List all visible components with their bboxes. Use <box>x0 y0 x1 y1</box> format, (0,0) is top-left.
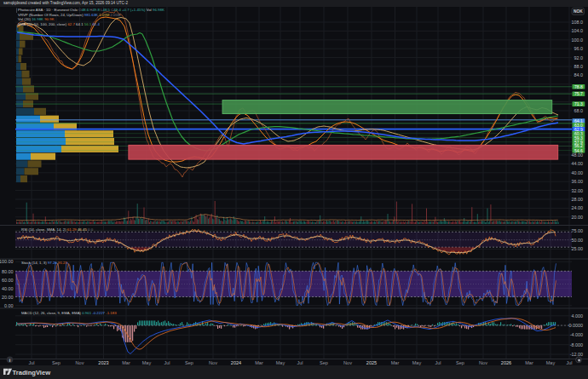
svg-text:108.0: 108.0 <box>572 20 584 25</box>
svg-text:100.00: 100.00 <box>0 259 14 264</box>
svg-text:May: May <box>276 360 285 365</box>
svg-text:36.00: 36.00 <box>572 179 584 184</box>
svg-text:71.3: 71.3 <box>574 101 583 106</box>
svg-text:0.00: 0.00 <box>4 303 14 308</box>
svg-text:68.0: 68.0 <box>574 108 584 113</box>
svg-text:NOK: NOK <box>574 9 583 14</box>
svg-text:-4.000: -4.000 <box>570 332 583 337</box>
svg-text:88.0: 88.0 <box>574 64 584 69</box>
svg-text:20.00: 20.00 <box>572 215 584 220</box>
svg-text:VRVP (Number Of Rows, 24, Up/D: VRVP (Number Of Rows, 24, Up/Down) 981.6… <box>18 13 121 17</box>
svg-text:40.00: 40.00 <box>2 286 14 291</box>
svg-text:60.00: 60.00 <box>2 278 14 283</box>
svg-text:75.7: 75.7 <box>574 91 583 96</box>
svg-text:104.0: 104.0 <box>572 28 584 33</box>
svg-text:TradingView: TradingView <box>13 369 51 376</box>
svg-text:Nov: Nov <box>76 360 84 365</box>
svg-text:Sep: Sep <box>185 360 193 365</box>
svg-text:2026: 2026 <box>501 360 511 365</box>
svg-text:2023: 2023 <box>98 360 108 365</box>
svg-text:2025: 2025 <box>366 360 377 365</box>
svg-text:Jul: Jul <box>164 360 170 365</box>
svg-text:RSI (14, close, SMA, 14, 2) 61: RSI (14, close, SMA, 14, 2) 61.29 46.45 … <box>21 227 94 232</box>
svg-text:May: May <box>546 360 556 365</box>
svg-text:Nov: Nov <box>479 360 487 365</box>
svg-text:32.00: 32.00 <box>572 188 584 193</box>
svg-text:Sep: Sep <box>456 360 464 365</box>
svg-text:Photocure ASA · 1D · Euronext: Photocure ASA · 1D · Euronext Oslo O48.6… <box>18 8 164 12</box>
svg-text:Mar: Mar <box>255 360 263 365</box>
svg-text:92.0: 92.0 <box>574 55 584 60</box>
svg-text:84.0: 84.0 <box>574 72 584 78</box>
svg-text:0.0000: 0.0000 <box>569 323 584 328</box>
svg-text:May: May <box>142 360 152 365</box>
svg-text:54.6: 54.6 <box>574 148 583 153</box>
svg-text:Mar: Mar <box>525 360 533 365</box>
svg-text:24.00: 24.00 <box>572 205 584 210</box>
svg-text:28.00: 28.00 <box>572 197 584 202</box>
svg-text:Nov: Nov <box>343 360 352 365</box>
svg-text:78.8: 78.8 <box>574 84 583 89</box>
svg-text:MACD (12, 26, close, 9, EMA, E: MACD (12, 26, close, 9, EMA, EMA) 0.961 … <box>21 311 117 315</box>
svg-text:4.000: 4.000 <box>572 313 584 319</box>
svg-text:2024: 2024 <box>231 360 241 365</box>
svg-text:Jul: Jul <box>435 360 441 365</box>
svg-text:40.00: 40.00 <box>572 170 584 175</box>
svg-text:Jul: Jul <box>566 360 572 365</box>
svg-text:Jul: Jul <box>297 360 303 365</box>
svg-text:96.0: 96.0 <box>574 46 584 51</box>
svg-text:Jul: Jul <box>28 360 34 365</box>
svg-text:-12.00: -12.00 <box>570 352 583 357</box>
svg-text:Nov: Nov <box>209 360 217 365</box>
svg-text:Sep: Sep <box>52 360 61 365</box>
svg-text:48.00: 48.00 <box>572 152 584 158</box>
svg-text:SMA (20, 50, 100, 200, close): SMA (20, 50, 100, 200, close) 62.7 64.1 … <box>18 22 100 26</box>
svg-text:-8.000: -8.000 <box>570 342 583 347</box>
svg-text:44.00: 44.00 <box>572 161 584 166</box>
svg-text:Sep: Sep <box>320 360 328 365</box>
svg-text:80.00: 80.00 <box>2 269 14 274</box>
svg-text:20.00: 20.00 <box>2 295 14 300</box>
svg-text:50.00: 50.00 <box>572 238 584 243</box>
svg-text:Stoch (14, 1, 3) 97.26 91.21: Stoch (14, 1, 3) 97.26 91.21 <box>21 261 67 265</box>
svg-text:Mar: Mar <box>122 360 130 365</box>
svg-text:75.00: 75.00 <box>572 228 584 233</box>
svg-text:May: May <box>412 360 422 365</box>
svg-text:Vol (20) 16.98K 90.9K: Vol (20) 16.98K 90.9K <box>18 17 55 21</box>
svg-text:Mar: Mar <box>391 360 400 365</box>
svg-text:100.0: 100.0 <box>572 37 584 43</box>
svg-text:25.00: 25.00 <box>572 246 584 251</box>
